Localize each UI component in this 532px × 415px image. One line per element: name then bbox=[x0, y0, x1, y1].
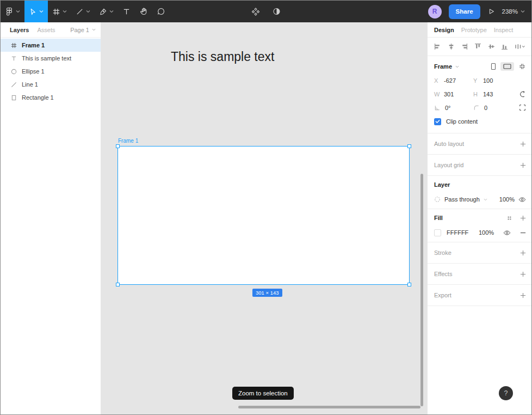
comment-tool-button[interactable] bbox=[152, 1, 170, 22]
zoom-level-dropdown[interactable]: 238% bbox=[502, 8, 525, 15]
fill-visibility-eye-icon[interactable] bbox=[503, 230, 511, 236]
chevron-down-icon bbox=[16, 10, 20, 13]
remove-fill-button[interactable] bbox=[520, 230, 526, 236]
effects-section: Effects bbox=[434, 264, 526, 284]
properties-panel: Design Prototype Inspect bbox=[427, 22, 531, 414]
selection-size-badge: 301 × 143 bbox=[252, 289, 282, 297]
fill-hex-field[interactable]: FFFFFF bbox=[447, 229, 475, 236]
layer-row-text[interactable]: This is sample text bbox=[1, 52, 101, 65]
horizontal-scrollbar[interactable] bbox=[238, 406, 420, 408]
layer-name: This is sample text bbox=[22, 55, 71, 62]
independent-corners-icon[interactable] bbox=[519, 104, 526, 111]
text-tool-button[interactable] bbox=[118, 1, 135, 22]
fill-styles-icon[interactable] bbox=[506, 215, 512, 221]
rotation-icon bbox=[434, 105, 441, 111]
blend-mode-dropdown[interactable]: Pass through bbox=[444, 196, 480, 203]
hand-tool-button[interactable] bbox=[135, 1, 152, 22]
tab-inspect[interactable]: Inspect bbox=[494, 27, 513, 33]
x-position-field[interactable]: X -627 bbox=[434, 77, 473, 84]
selected-frame[interactable] bbox=[117, 146, 410, 285]
zoom-level-value: 238% bbox=[502, 8, 518, 15]
portrait-orientation-icon[interactable] bbox=[491, 63, 496, 70]
add-effect-button[interactable] bbox=[520, 271, 526, 277]
chevron-down-icon bbox=[39, 10, 44, 13]
y-position-field[interactable]: Y 100 bbox=[473, 77, 512, 84]
tab-layers[interactable]: Layers bbox=[10, 27, 29, 33]
clip-content-setting[interactable]: Clip content bbox=[434, 114, 526, 129]
layer-visibility-eye-icon[interactable] bbox=[518, 197, 526, 203]
align-horizontal-center-icon[interactable] bbox=[448, 43, 455, 50]
layer-name: Line 1 bbox=[22, 81, 38, 88]
layers-panel: Layers Assets Page 1 Frame 1 This is s bbox=[1, 22, 101, 414]
layer-row-ellipse[interactable]: Ellipse 1 bbox=[1, 65, 101, 78]
shape-tool-button[interactable] bbox=[71, 1, 95, 22]
line-tool-icon bbox=[76, 8, 84, 16]
fill-color-swatch[interactable] bbox=[434, 229, 441, 236]
add-stroke-button[interactable] bbox=[520, 250, 526, 256]
rotation-field[interactable]: 0° bbox=[434, 105, 473, 111]
pen-tool-button[interactable] bbox=[95, 1, 118, 22]
figma-logo-icon bbox=[5, 7, 14, 16]
landscape-orientation-icon[interactable] bbox=[500, 62, 514, 71]
tab-assets[interactable]: Assets bbox=[37, 27, 55, 33]
line-icon bbox=[10, 82, 17, 88]
clip-content-checkbox[interactable] bbox=[434, 118, 441, 125]
chevron-down-icon bbox=[86, 10, 90, 13]
comment-icon bbox=[157, 7, 165, 16]
cursor-icon bbox=[29, 8, 37, 16]
width-field[interactable]: W 301 bbox=[434, 91, 473, 97]
rectangle-icon bbox=[10, 95, 17, 101]
layer-row-rectangle[interactable]: Rectangle 1 bbox=[1, 91, 101, 104]
share-button[interactable]: Share bbox=[449, 4, 480, 19]
vertical-scrollbar[interactable] bbox=[420, 174, 423, 406]
corner-radius-field[interactable]: 0 bbox=[473, 105, 512, 111]
resize-handle-bottom-left[interactable] bbox=[116, 283, 120, 286]
resize-handle-bottom-right[interactable] bbox=[407, 283, 411, 286]
height-field[interactable]: H 143 bbox=[473, 91, 512, 97]
tab-design[interactable]: Design bbox=[434, 27, 454, 33]
align-bottom-icon[interactable] bbox=[501, 43, 508, 50]
help-button[interactable]: ? bbox=[499, 386, 513, 400]
clip-content-label: Clip content bbox=[446, 118, 478, 125]
chevron-down-icon bbox=[92, 28, 96, 31]
layer-opacity-field[interactable]: 100% bbox=[499, 196, 515, 203]
resize-to-fit-icon[interactable] bbox=[518, 63, 526, 70]
add-export-button[interactable] bbox=[520, 292, 526, 298]
layer-row-line[interactable]: Line 1 bbox=[1, 78, 101, 91]
component-icon[interactable] bbox=[251, 7, 261, 16]
avatar[interactable]: R bbox=[428, 5, 442, 19]
distribute-icon[interactable] bbox=[515, 43, 525, 50]
chevron-down-icon bbox=[109, 10, 114, 13]
mask-icon[interactable] bbox=[273, 7, 281, 16]
stroke-section: Stroke bbox=[434, 242, 526, 263]
chevron-down-icon bbox=[521, 10, 525, 13]
canvas-text-element[interactable]: This is sample text bbox=[171, 50, 274, 64]
constrain-proportions-icon[interactable] bbox=[519, 90, 526, 98]
blend-mode-row: Pass through 100% bbox=[434, 193, 526, 209]
frame-name-label[interactable]: Frame 1 bbox=[118, 138, 138, 144]
align-right-icon[interactable] bbox=[461, 43, 468, 50]
figma-window: R Share 238% Layers Assets Page 1 bbox=[0, 0, 532, 415]
align-vertical-center-icon[interactable] bbox=[488, 43, 495, 50]
move-tool-button[interactable] bbox=[24, 1, 48, 22]
resize-handle-top-right[interactable] bbox=[407, 144, 411, 148]
canvas[interactable]: This is sample text Frame 1 301 × 143 Zo… bbox=[101, 22, 427, 414]
add-layout-grid-button[interactable] bbox=[520, 162, 526, 168]
add-auto-layout-button[interactable] bbox=[520, 141, 526, 147]
text-tool-icon bbox=[122, 8, 131, 16]
frame-type-dropdown[interactable]: Frame bbox=[434, 63, 459, 70]
frame-tool-button[interactable] bbox=[48, 1, 71, 22]
layer-row-frame[interactable]: Frame 1 bbox=[1, 39, 101, 52]
layer-section: Layer bbox=[434, 176, 526, 193]
page-selector[interactable]: Page 1 bbox=[70, 27, 96, 33]
hand-tool-icon bbox=[139, 7, 148, 16]
present-icon[interactable] bbox=[487, 8, 495, 15]
add-fill-button[interactable] bbox=[520, 215, 526, 221]
fill-opacity-field[interactable]: 100% bbox=[479, 229, 494, 236]
layer-name: Rectangle 1 bbox=[22, 94, 54, 101]
main-menu-button[interactable] bbox=[1, 1, 24, 22]
align-top-icon[interactable] bbox=[474, 43, 481, 50]
tab-prototype[interactable]: Prototype bbox=[461, 27, 487, 33]
align-left-icon[interactable] bbox=[434, 43, 441, 50]
resize-handle-top-left[interactable] bbox=[116, 144, 120, 148]
